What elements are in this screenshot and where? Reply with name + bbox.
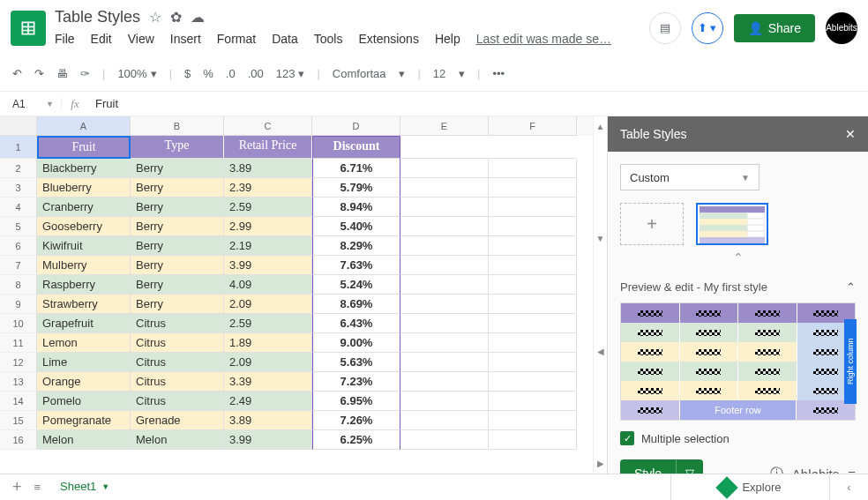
row-3[interactable]: 3 xyxy=(0,178,37,198)
footer-row-label[interactable]: Footer row xyxy=(680,400,797,420)
undo-icon[interactable]: ↶ xyxy=(12,67,22,80)
menu-edit[interactable]: Edit xyxy=(91,32,112,46)
scroll-left-icon[interactable]: ◀ xyxy=(597,347,604,356)
person-icon: 👤 xyxy=(748,21,763,35)
col-E[interactable]: E xyxy=(400,116,489,136)
col-A[interactable]: A xyxy=(37,116,131,136)
currency-icon[interactable]: $ xyxy=(184,67,191,80)
checkmark-icon: ✓ xyxy=(620,431,634,445)
menu-icon[interactable]: ≡ xyxy=(848,466,856,474)
row-10[interactable]: 10 xyxy=(0,314,37,333)
comments-icon[interactable]: ▤ xyxy=(649,12,681,44)
formula-input[interactable]: Fruit xyxy=(88,97,118,110)
percent-icon[interactable]: % xyxy=(203,67,213,80)
spreadsheet-grid[interactable]: A B C D E F 1 Fruit Type Retail Price Di… xyxy=(0,116,593,474)
name-box[interactable]: A1▼ xyxy=(0,98,62,110)
menu-tools[interactable]: Tools xyxy=(314,32,343,46)
row-4[interactable]: 4 xyxy=(0,198,37,217)
dec-decrease-icon[interactable]: .0 xyxy=(226,67,236,80)
select-all-corner[interactable] xyxy=(0,116,37,136)
print-icon[interactable]: 🖶 xyxy=(56,67,68,80)
move-icon[interactable]: ✿ xyxy=(170,9,182,26)
row-1[interactable]: 1 xyxy=(0,136,37,159)
menu-insert[interactable]: Insert xyxy=(170,32,201,46)
font-select[interactable]: Comfortaa ▾ xyxy=(333,67,406,80)
cloud-icon[interactable]: ☁ xyxy=(191,9,205,26)
col-F[interactable]: F xyxy=(489,116,577,136)
style-button[interactable]: Style xyxy=(620,459,676,474)
account-avatar[interactable]: Ablebits xyxy=(826,12,857,44)
explore-button[interactable]: Explore xyxy=(670,474,829,500)
menu-data[interactable]: Data xyxy=(272,32,298,46)
collapse-icon[interactable]: ⌃ xyxy=(620,250,856,265)
redo-icon[interactable]: ↷ xyxy=(34,67,44,80)
explore-icon xyxy=(716,476,738,498)
vertical-scrollbar[interactable]: ▲ ▼ ◀ ▶ xyxy=(593,116,607,474)
row-7[interactable]: 7 xyxy=(0,256,37,275)
scroll-right-icon[interactable]: ▶ xyxy=(597,459,604,468)
menu-file[interactable]: File xyxy=(55,32,75,46)
share-button[interactable]: 👤Share xyxy=(734,14,815,42)
row-6[interactable]: 6 xyxy=(0,236,37,256)
style-preview[interactable]: Footer row Right column xyxy=(620,302,856,421)
style-thumbnail[interactable] xyxy=(696,203,768,245)
paint-format-icon[interactable]: ✑ xyxy=(80,67,90,80)
preview-section-title: Preview & edit - My first style xyxy=(620,280,767,294)
doc-title[interactable]: Table Styles xyxy=(55,8,140,26)
zoom-select[interactable]: 100% ▾ xyxy=(117,67,156,80)
row-9[interactable]: 9 xyxy=(0,295,37,314)
more-icon[interactable]: ••• xyxy=(492,67,505,80)
row-11[interactable]: 11 xyxy=(0,333,37,353)
add-sheet-icon[interactable]: + xyxy=(12,478,22,496)
menu-format[interactable]: Format xyxy=(217,32,256,46)
present-icon[interactable]: ⬆ ▾ xyxy=(692,12,723,44)
col-B[interactable]: B xyxy=(131,116,224,136)
close-icon[interactable]: ✕ xyxy=(845,127,856,141)
scroll-up-icon[interactable]: ▲ xyxy=(596,122,605,131)
ablebits-brand[interactable]: ⓘ Ablebits ≡ xyxy=(770,466,856,474)
row-15[interactable]: 15 xyxy=(0,411,37,430)
chevron-up-icon[interactable]: ⌃ xyxy=(846,280,856,294)
scroll-down-icon[interactable]: ▼ xyxy=(596,234,605,243)
cell-A1[interactable]: Fruit xyxy=(37,136,131,159)
menu-help[interactable]: Help xyxy=(435,32,460,46)
row-13[interactable]: 13 xyxy=(0,372,37,392)
table-styles-panel: Table Styles ✕ Custom▼ + ⌃ xyxy=(607,116,868,474)
filter-icon[interactable]: ▽ xyxy=(676,459,703,474)
row-16[interactable]: 16 xyxy=(0,430,37,450)
last-edit-link[interactable]: Last edit was made se… xyxy=(476,32,611,46)
row-14[interactable]: 14 xyxy=(0,392,37,411)
menu-extensions[interactable]: Extensions xyxy=(358,32,418,46)
sheets-logo[interactable] xyxy=(11,11,46,46)
multiple-selection-checkbox[interactable]: ✓ Multiple selection xyxy=(620,431,856,445)
row-8[interactable]: 8 xyxy=(0,275,37,295)
col-D[interactable]: D xyxy=(312,116,400,136)
all-sheets-icon[interactable]: ≡ xyxy=(34,481,41,494)
star-icon[interactable]: ☆ xyxy=(149,9,161,26)
row-12[interactable]: 12 xyxy=(0,353,37,372)
col-C[interactable]: C xyxy=(224,116,312,136)
toolbar: ↶ ↷ 🖶 ✑ | 100% ▾ | $ % .0 .00 123 ▾ | Co… xyxy=(0,56,868,92)
font-size[interactable]: 12 ▾ xyxy=(433,67,465,80)
add-style-button[interactable]: + xyxy=(620,203,684,245)
row-2[interactable]: 2 xyxy=(0,159,37,178)
number-format[interactable]: 123 ▾ xyxy=(276,67,305,80)
menu-view[interactable]: View xyxy=(128,32,154,46)
dec-increase-icon[interactable]: .00 xyxy=(248,67,264,80)
row-5[interactable]: 5 xyxy=(0,217,37,236)
side-panel-toggle[interactable]: ‹ xyxy=(829,474,868,500)
sheet-tab[interactable]: Sheet1 ▼ xyxy=(53,476,116,498)
menu-bar: File Edit View Insert Format Data Tools … xyxy=(55,28,649,49)
right-column-label[interactable]: Right column xyxy=(844,319,857,404)
fx-icon: fx xyxy=(62,97,88,111)
panel-title: Table Styles xyxy=(620,127,686,141)
help-icon[interactable]: ⓘ xyxy=(770,466,783,474)
style-set-dropdown[interactable]: Custom▼ xyxy=(620,164,760,190)
